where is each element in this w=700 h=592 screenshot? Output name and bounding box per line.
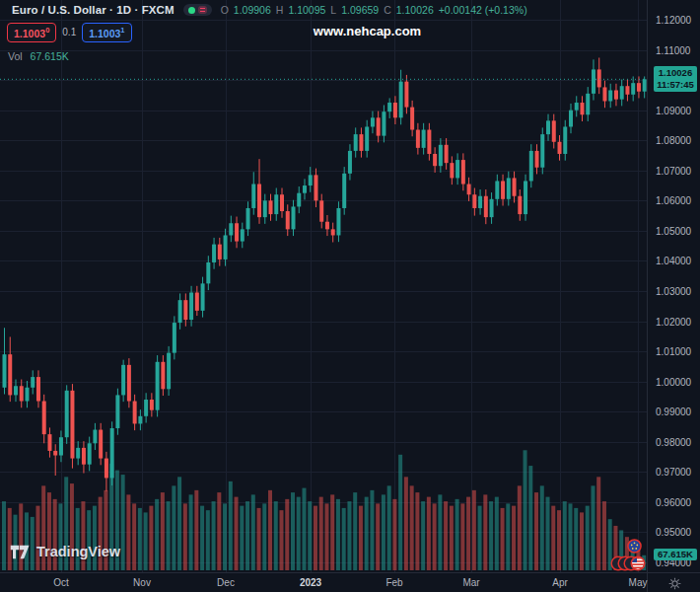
buy-button[interactable]: 1.10031 xyxy=(82,23,131,42)
bar-countdown: 11:57:45 xyxy=(654,79,697,91)
price-axis-label: 1.12000 xyxy=(656,15,691,26)
price-axis-label: 1.09000 xyxy=(656,105,691,115)
market-open-icon xyxy=(188,7,195,14)
chart-header: Euro / U.S. Dollar · 1D · FXCM O 1.09906… xyxy=(12,4,527,16)
time-axis-label: Oct xyxy=(53,577,69,588)
low-label: L xyxy=(330,4,336,16)
time-axis-label: Feb xyxy=(385,577,402,588)
time-axis-label: May xyxy=(629,577,648,588)
last-price-tag: 1.10026 11:57:45 xyxy=(654,66,697,92)
price-axis-label: 0.96000 xyxy=(656,496,691,507)
chart-background xyxy=(0,0,647,572)
price-axis-label: 1.08000 xyxy=(656,135,691,146)
ohlc-readout: O 1.09906 H 1.10095 L 1.09659 C 1.10026 … xyxy=(221,4,527,16)
price-axis-label: 0.99000 xyxy=(656,407,691,417)
candlestick-chart-canvas[interactable] xyxy=(0,0,647,572)
hot-list-icon xyxy=(198,6,207,14)
axis-corner xyxy=(647,572,700,592)
price-axis-label: 1.03000 xyxy=(656,286,691,297)
open-label: O xyxy=(221,4,229,16)
us-event-icon-cluster[interactable] xyxy=(610,555,646,575)
price-axis-label: 1.04000 xyxy=(656,256,691,266)
close-value: 1.10026 xyxy=(396,4,434,16)
last-volume-tag: 67.615K xyxy=(654,549,697,560)
spread-value: 0.1 xyxy=(62,27,76,37)
close-label: C xyxy=(384,4,391,16)
price-axis-label: 1.07000 xyxy=(656,165,691,176)
price-axis-label: 1.02000 xyxy=(656,316,691,327)
price-axis-label: 1.00000 xyxy=(656,376,691,387)
price-axis[interactable]: 1.120001.110001.100001.090001.080001.070… xyxy=(647,0,700,572)
price-axis-label: 0.95000 xyxy=(656,527,691,538)
price-axis-label: 1.11000 xyxy=(656,44,690,55)
price-axis-label: 1.05000 xyxy=(656,225,691,236)
tradingview-logo-text: TradingView xyxy=(36,544,120,559)
price-axis-label: 1.06000 xyxy=(656,195,691,206)
high-label: H xyxy=(276,4,284,16)
tradingview-chart-window: www.nehcap.com Euro / U.S. Dollar · 1D ·… xyxy=(0,0,700,592)
time-axis[interactable]: OctNovDec2023FebMarAprMay xyxy=(0,572,647,592)
price-axis-label: 0.97000 xyxy=(656,467,691,478)
change-value: +0.00142 (+0.13%) xyxy=(439,4,527,16)
time-axis-label: 2023 xyxy=(300,577,321,588)
price-axis-label: 0.98000 xyxy=(656,436,691,447)
time-axis-label: Nov xyxy=(133,577,151,588)
open-value: 1.09906 xyxy=(234,4,271,16)
high-value: 1.10095 xyxy=(288,4,325,16)
volume-indicator-row[interactable]: Vol 67.615K xyxy=(8,50,69,62)
source-toggle[interactable] xyxy=(183,4,212,16)
low-value: 1.09659 xyxy=(341,4,379,16)
volume-value: 67.615K xyxy=(31,50,69,62)
volume-label: Vol xyxy=(8,50,23,62)
price-axis-label: 1.01000 xyxy=(656,346,691,357)
time-axis-label: Mar xyxy=(462,577,479,588)
tradingview-logo-icon xyxy=(10,545,31,559)
time-axis-label: Apr xyxy=(552,577,568,588)
last-price-value: 1.10026 xyxy=(654,67,697,79)
symbol-title[interactable]: Euro / U.S. Dollar · 1D · FXCM xyxy=(12,4,175,16)
watermark: www.nehcap.com xyxy=(296,24,439,38)
bid-ask-row: 1.10030 0.1 1.10031 xyxy=(7,23,132,42)
time-axis-label: Dec xyxy=(217,577,235,588)
tradingview-logo[interactable]: TradingView xyxy=(10,544,120,559)
gear-icon[interactable] xyxy=(668,577,681,590)
sell-button[interactable]: 1.10030 xyxy=(7,23,56,42)
